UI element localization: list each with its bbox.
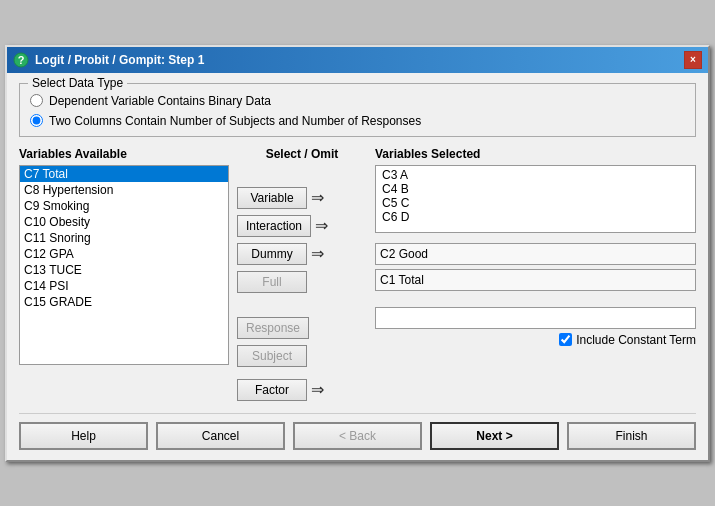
subject-area bbox=[375, 269, 696, 291]
radio-two-cols-row: Two Columns Contain Number of Subjects a… bbox=[30, 114, 685, 128]
next-button[interactable]: Next > bbox=[430, 422, 559, 450]
selected-vars-top[interactable]: C3 A C4 B C5 C C6 D bbox=[375, 165, 696, 233]
variables-selected-label: Variables Selected bbox=[375, 147, 696, 161]
radio-binary[interactable] bbox=[30, 94, 43, 107]
data-type-group: Select Data Type Dependent Variable Cont… bbox=[19, 83, 696, 137]
variables-selected-col: Variables Selected C3 A C4 B C5 C C6 D bbox=[375, 147, 696, 403]
select-omit-col: Select / Omit Variable ⇒ Interaction ⇒ D… bbox=[237, 147, 367, 403]
variables-listbox[interactable]: C7 Total C8 Hypertension C9 Smoking C10 … bbox=[19, 165, 229, 365]
factor-btn-row: Factor ⇒ bbox=[237, 377, 367, 403]
radio-two-cols[interactable] bbox=[30, 114, 43, 127]
window-title: Logit / Probit / Gompit: Step 1 bbox=[35, 53, 204, 67]
variable-arrow: ⇒ bbox=[311, 188, 324, 207]
selected-var-item: C3 A bbox=[380, 168, 691, 182]
subject-btn-row: Subject bbox=[237, 343, 367, 369]
interaction-btn-row: Interaction ⇒ bbox=[237, 213, 367, 239]
selected-var-item: C5 C bbox=[380, 196, 691, 210]
factor-arrow: ⇒ bbox=[311, 380, 324, 399]
select-omit-label: Select / Omit bbox=[266, 147, 339, 161]
variable-btn-row: Variable ⇒ bbox=[237, 185, 367, 211]
radio-two-cols-label: Two Columns Contain Number of Subjects a… bbox=[49, 114, 421, 128]
response-btn-row: Response bbox=[237, 315, 367, 341]
list-item[interactable]: C8 Hypertension bbox=[20, 182, 228, 198]
title-bar-left: ? Logit / Probit / Gompit: Step 1 bbox=[13, 52, 204, 68]
factor-button[interactable]: Factor bbox=[237, 379, 307, 401]
back-button[interactable]: < Back bbox=[293, 422, 422, 450]
full-btn-row: Full bbox=[237, 269, 367, 295]
window-body: Select Data Type Dependent Variable Cont… bbox=[7, 73, 708, 460]
list-item[interactable]: C7 Total bbox=[20, 166, 228, 182]
dummy-button[interactable]: Dummy bbox=[237, 243, 307, 265]
help-icon: ? bbox=[13, 52, 29, 68]
close-button[interactable]: × bbox=[684, 51, 702, 69]
list-item[interactable]: C11 Snoring bbox=[20, 230, 228, 246]
interaction-button[interactable]: Interaction bbox=[237, 215, 311, 237]
title-bar: ? Logit / Probit / Gompit: Step 1 × bbox=[7, 47, 708, 73]
selected-var-item: C6 D bbox=[380, 210, 691, 224]
variables-available-col: Variables Available C7 Total C8 Hyperten… bbox=[19, 147, 229, 403]
list-item[interactable]: C12 GPA bbox=[20, 246, 228, 262]
interaction-arrow: ⇒ bbox=[315, 216, 328, 235]
list-item[interactable]: C15 GRADE bbox=[20, 294, 228, 310]
full-button[interactable]: Full bbox=[237, 271, 307, 293]
finish-button[interactable]: Finish bbox=[567, 422, 696, 450]
svg-text:?: ? bbox=[18, 54, 25, 66]
subject-field[interactable] bbox=[375, 269, 696, 291]
variable-button[interactable]: Variable bbox=[237, 187, 307, 209]
radio-binary-label: Dependent Variable Contains Binary Data bbox=[49, 94, 271, 108]
main-area: Variables Available C7 Total C8 Hyperten… bbox=[19, 147, 696, 403]
footer: Help Cancel < Back Next > Finish bbox=[19, 413, 696, 450]
cancel-button[interactable]: Cancel bbox=[156, 422, 285, 450]
dummy-arrow: ⇒ bbox=[311, 244, 324, 263]
dummy-btn-row: Dummy ⇒ bbox=[237, 241, 367, 267]
variables-available-label: Variables Available bbox=[19, 147, 229, 161]
include-constant-label: Include Constant Term bbox=[576, 333, 696, 347]
help-button[interactable]: Help bbox=[19, 422, 148, 450]
selected-var-item: C4 B bbox=[380, 182, 691, 196]
list-item[interactable]: C10 Obesity bbox=[20, 214, 228, 230]
subject-button[interactable]: Subject bbox=[237, 345, 307, 367]
include-constant-checkbox[interactable] bbox=[559, 333, 572, 346]
response-button[interactable]: Response bbox=[237, 317, 309, 339]
list-item[interactable]: C14 PSI bbox=[20, 278, 228, 294]
radio-binary-row: Dependent Variable Contains Binary Data bbox=[30, 94, 685, 108]
list-item[interactable]: C9 Smoking bbox=[20, 198, 228, 214]
response-area bbox=[375, 243, 696, 265]
response-field[interactable] bbox=[375, 243, 696, 265]
select-omit-buttons: Variable ⇒ Interaction ⇒ Dummy ⇒ bbox=[237, 185, 367, 403]
main-window: ? Logit / Probit / Gompit: Step 1 × Sele… bbox=[5, 45, 710, 462]
include-constant-row: Include Constant Term bbox=[375, 333, 696, 347]
factor-field[interactable] bbox=[375, 307, 696, 329]
list-item[interactable]: C13 TUCE bbox=[20, 262, 228, 278]
factor-area bbox=[375, 307, 696, 329]
group-box-title: Select Data Type bbox=[28, 76, 127, 90]
